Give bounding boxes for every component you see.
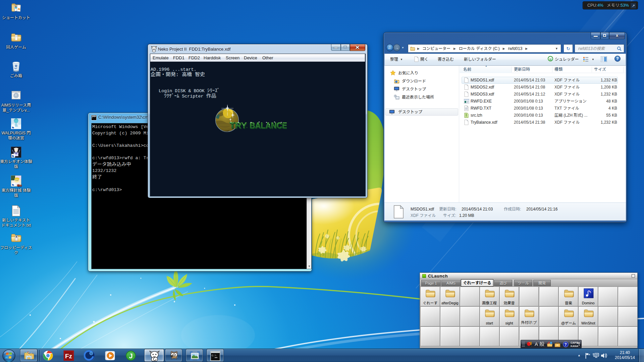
svg-text:TRY: TRY	[229, 120, 247, 130]
svg-text:J: J	[129, 352, 133, 360]
svg-text:?: ?	[565, 342, 567, 347]
svg-text:体14: 体14	[17, 184, 22, 187]
svg-text:BALANCE: BALANCE	[250, 120, 287, 130]
svg-text:C:\: C:\	[212, 354, 217, 357]
svg-text:Fz: Fz	[65, 353, 72, 360]
